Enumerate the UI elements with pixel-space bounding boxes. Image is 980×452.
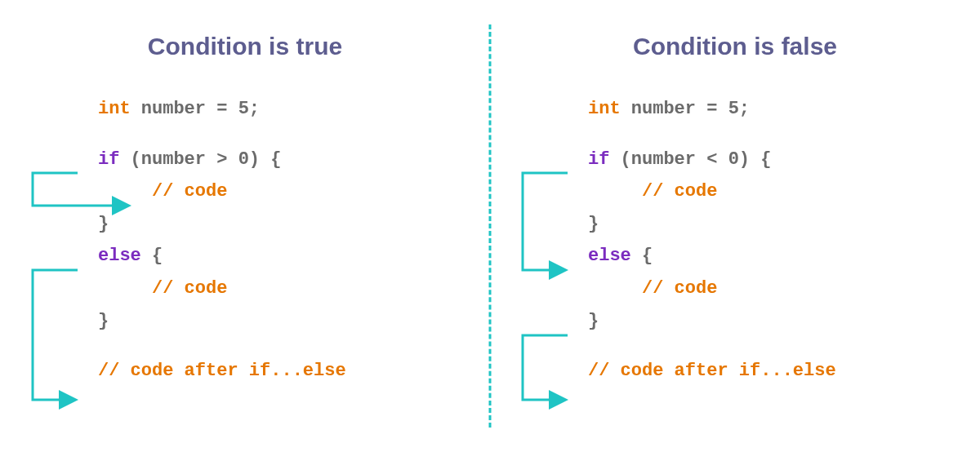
code-line-after: // code after if...else — [98, 355, 474, 388]
close-brace-1: } — [588, 214, 599, 234]
left-code-block: int number = 5; if (number > 0) { // cod… — [98, 93, 474, 388]
if-rest: (number > 0) { — [119, 149, 281, 170]
vertical-divider — [489, 24, 492, 428]
right-code-block: int number = 5; if (number < 0) { // cod… — [588, 93, 964, 388]
if-rest: (number < 0) { — [609, 149, 771, 170]
keyword-else: else — [98, 246, 141, 266]
code-line-after: // code after if...else — [588, 355, 964, 388]
code-line-decl: int number = 5; — [98, 93, 474, 126]
left-heading: Condition is true — [16, 33, 474, 60]
blank-line — [98, 337, 474, 355]
comment-after: // code after if...else — [588, 361, 836, 381]
comment-if-body: // code — [588, 181, 717, 202]
comment-else-body: // code — [98, 278, 227, 299]
comment-if-body: // code — [98, 181, 227, 202]
code-line-if-body: // code — [98, 175, 474, 208]
code-line-else-body: // code — [588, 273, 964, 305]
close-brace-2: } — [588, 311, 599, 331]
close-brace-1: } — [98, 214, 109, 234]
left-panel: Condition is true int number = 5; if (nu… — [0, 0, 490, 452]
blank-line — [588, 337, 964, 355]
code-line-close2: } — [98, 305, 474, 338]
code-line-if: if (number > 0) { — [98, 144, 474, 176]
keyword-if: if — [588, 149, 609, 170]
else-rest: { — [631, 246, 653, 266]
code-line-else: else { — [98, 240, 474, 273]
code-line-if: if (number < 0) { — [588, 144, 964, 176]
code-line-close2: } — [588, 305, 964, 338]
comment-else-body: // code — [588, 278, 717, 299]
code-line-else: else { — [588, 240, 964, 273]
arrow-if-to-else — [523, 173, 568, 270]
arrow-close-to-after — [523, 335, 568, 400]
else-rest: { — [141, 246, 163, 266]
blank-line — [588, 126, 964, 144]
diagram-container: Condition is true int number = 5; if (nu… — [0, 0, 980, 452]
code-line-close1: } — [98, 208, 474, 241]
code-line-decl: int number = 5; — [588, 93, 964, 126]
decl-rest: number = 5; — [621, 99, 750, 119]
code-line-else-body: // code — [98, 273, 474, 305]
keyword-if: if — [98, 149, 119, 170]
keyword-int: int — [98, 99, 131, 119]
close-brace-2: } — [98, 311, 109, 331]
right-heading: Condition is false — [506, 33, 964, 60]
code-line-close1: } — [588, 208, 964, 241]
blank-line — [98, 126, 474, 144]
code-line-if-body: // code — [588, 175, 964, 208]
keyword-else: else — [588, 246, 631, 266]
comment-after: // code after if...else — [98, 361, 346, 381]
arrow-else-to-after — [33, 270, 78, 400]
keyword-int: int — [588, 99, 621, 119]
right-panel: Condition is false int number = 5; if (n… — [490, 0, 980, 452]
decl-rest: number = 5; — [131, 99, 260, 119]
